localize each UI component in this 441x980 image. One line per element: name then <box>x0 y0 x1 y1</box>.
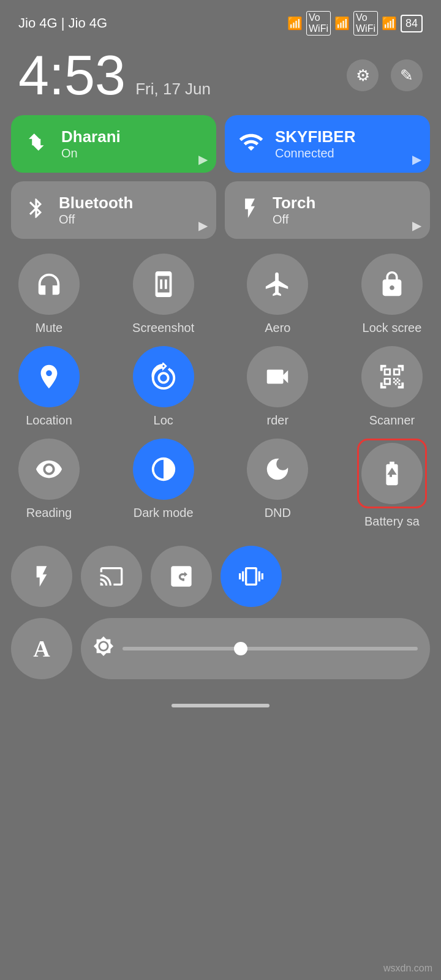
bluetooth-toggle[interactable]: Bluetooth Off ▶ <box>11 181 216 239</box>
brightness-row: A <box>0 618 441 679</box>
clock-area: 4:53 Fri, 17 Jun ⚙ ✎ <box>0 42 441 115</box>
mobile-data-toggle[interactable]: Dharani On ▶ <box>11 115 216 173</box>
mute-item[interactable]: Mute <box>6 254 92 335</box>
bluetooth-arrow: ▶ <box>198 218 208 233</box>
settings-icon[interactable]: ⚙ <box>347 59 379 91</box>
screen-recorder-item[interactable]: rder <box>235 346 320 428</box>
brightness-track[interactable] <box>123 647 418 650</box>
torch-icon <box>238 197 262 224</box>
clock-left: 4:53 Fri, 17 Jun <box>18 48 211 103</box>
torch-arrow: ▶ <box>412 218 421 233</box>
icon-grid-row2: Location Loc rder Scanner <box>0 346 441 439</box>
mobile-data-arrow: ▶ <box>198 152 208 167</box>
screen-recorder-label: rder <box>267 413 289 428</box>
signal-icon2: 📶 <box>334 16 350 31</box>
dark-mode-label: Dark mode <box>134 506 194 520</box>
battery-saver-highlight <box>357 439 427 508</box>
mobile-data-title: Dharani <box>61 127 121 146</box>
torch-toggle[interactable]: Torch Off ▶ <box>225 181 430 239</box>
watermark: wsxdn.com <box>383 963 432 974</box>
signal-icon1: 📶 <box>287 16 303 31</box>
mobile-data-icon <box>24 129 50 159</box>
reading-mode-label: Reading <box>26 506 72 520</box>
clock-date: Fri, 17 Jun <box>135 80 211 99</box>
mobile-data-text: Dharani On <box>61 127 121 160</box>
edit-icon[interactable]: ✎ <box>391 59 423 91</box>
bluetooth-subtitle: Off <box>59 213 133 227</box>
mute-label: Mute <box>36 321 62 335</box>
vowifi-label1: VoWiFi <box>306 11 331 36</box>
wifi-toggle-subtitle: Connected <box>275 146 355 160</box>
home-indicator <box>0 692 441 714</box>
bottom-icon-row <box>0 546 441 607</box>
wifi-toggle-text: SKYFIBER Connected <box>275 127 355 160</box>
vowifi-label2: VoWiFi <box>353 11 378 36</box>
mobile-data-subtitle: On <box>61 146 121 160</box>
screenshot-icon <box>133 254 194 315</box>
screenshot-item[interactable]: Screenshot <box>121 254 206 335</box>
dark-mode-icon <box>133 439 194 500</box>
dnd-label: DND <box>265 506 291 520</box>
lockscreen-item[interactable]: Lock scree <box>349 254 435 335</box>
flash-item[interactable] <box>11 546 72 607</box>
wifi-toggle-icon <box>238 129 264 159</box>
aeroplane-label: Aero <box>265 321 290 335</box>
wifi-toggle-title: SKYFIBER <box>275 127 355 146</box>
reading-mode-icon <box>18 439 80 500</box>
status-icons: 📶 VoWiFi 📶 VoWiFi 📶 84 <box>287 11 423 36</box>
rotation-lock-item[interactable]: Loc <box>121 346 206 428</box>
scanner-item[interactable]: Scanner <box>349 346 435 428</box>
icon-grid-row1: Mute Screenshot Aero Lock scree <box>0 254 441 346</box>
aeroplane-item[interactable]: Aero <box>235 254 320 335</box>
brightness-thumb <box>234 642 247 655</box>
carrier-text: Jio 4G | Jio 4G <box>18 15 107 31</box>
screen-recorder-icon <box>247 346 308 407</box>
rotation-lock-icon <box>133 346 194 407</box>
aeroplane-icon <box>247 254 308 315</box>
clock-time: 4:53 <box>18 48 126 103</box>
rotation-lock-label: Loc <box>154 413 173 428</box>
vibrate-item[interactable] <box>221 546 282 607</box>
location-label: Location <box>26 413 72 428</box>
quick-tiles: Dharani On ▶ SKYFIBER Connected ▶ <box>0 115 441 239</box>
dnd-item[interactable]: DND <box>235 439 320 529</box>
reading-mode-item[interactable]: Reading <box>6 439 92 529</box>
brightness-slider[interactable] <box>81 618 430 679</box>
lockscreen-label: Lock scree <box>363 321 422 335</box>
torch-text: Torch Off <box>273 194 315 227</box>
wifi-arrow: ▶ <box>412 152 421 167</box>
bluetooth-icon <box>24 197 48 224</box>
torch-subtitle: Off <box>273 213 315 227</box>
status-bar: Jio 4G | Jio 4G 📶 VoWiFi 📶 VoWiFi 📶 84 <box>0 0 441 42</box>
bluetooth-text: Bluetooth Off <box>59 194 133 227</box>
font-size-item[interactable]: A <box>11 618 72 679</box>
dnd-icon <box>247 439 308 500</box>
brightness-icon <box>93 636 114 662</box>
cast-item[interactable] <box>81 546 142 607</box>
nfc-item[interactable] <box>151 546 212 607</box>
home-bar <box>172 704 270 707</box>
battery-saver-label: Battery sa <box>364 514 420 529</box>
dark-mode-item[interactable]: Dark mode <box>121 439 206 529</box>
wifi-toggle[interactable]: SKYFIBER Connected ▶ <box>225 115 430 173</box>
battery-indicator: 84 <box>401 15 423 32</box>
scanner-icon <box>361 346 423 407</box>
bluetooth-title: Bluetooth <box>59 194 133 213</box>
medium-toggle-row: Bluetooth Off ▶ Torch Off ▶ <box>11 181 430 239</box>
location-icon <box>18 346 80 407</box>
big-toggle-row: Dharani On ▶ SKYFIBER Connected ▶ <box>11 115 430 173</box>
screenshot-label: Screenshot <box>132 321 194 335</box>
wifi-icon: 📶 <box>382 16 397 31</box>
battery-saver-icon <box>361 443 423 504</box>
location-item[interactable]: Location <box>6 346 92 428</box>
clock-action-icons: ⚙ ✎ <box>347 59 423 91</box>
icon-grid-row3: Reading Dark mode DND Battery sa <box>0 439 441 540</box>
font-size-icon: A <box>33 635 50 662</box>
torch-title: Torch <box>273 194 315 213</box>
scanner-label: Scanner <box>369 413 415 428</box>
battery-saver-item[interactable]: Battery sa <box>349 439 435 529</box>
lockscreen-icon <box>361 254 423 315</box>
mute-icon <box>18 254 80 315</box>
